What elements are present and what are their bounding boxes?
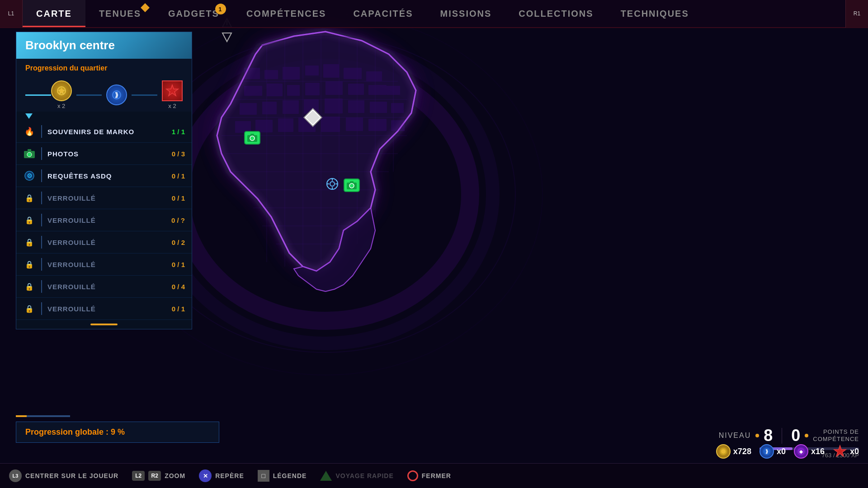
btn-r2: R2 bbox=[148, 471, 161, 481]
label-fermer: FERMER bbox=[422, 472, 451, 479]
mission-separator-7 bbox=[41, 258, 42, 271]
label-voyage: VOYAGE RAPIDE bbox=[335, 472, 393, 479]
svg-rect-32 bbox=[305, 83, 320, 95]
svg-text:⟫: ⟫ bbox=[765, 449, 768, 454]
points-label: POINTS DECOMPÉTENCE bbox=[813, 428, 859, 442]
svg-point-67 bbox=[349, 183, 354, 188]
mission-name-locked-4: VERROUILLÉ bbox=[47, 261, 166, 268]
svg-point-64 bbox=[250, 136, 255, 141]
mission-icon-lock-1: 🔒 bbox=[23, 192, 36, 204]
nav-items-container: CARTE TENUES GADGETS 1 COMPÉTENCES CAPAC… bbox=[23, 0, 845, 27]
svg-rect-28 bbox=[366, 71, 382, 81]
control-fermer[interactable]: FERMER bbox=[407, 470, 451, 481]
progress-icons-row: x 2 ⟫ x 2 bbox=[16, 76, 192, 112]
niveau-divider bbox=[782, 428, 782, 444]
global-progress-bar bbox=[16, 415, 70, 417]
bottom-bar: L3 CENTRER SUR LE JOUEUR L2 R2 ZOOM ✕ RE… bbox=[0, 463, 868, 488]
svg-marker-91 bbox=[834, 446, 846, 456]
nav-item-capacites[interactable]: CAPACITÉS bbox=[340, 0, 426, 27]
progress-bar-1 bbox=[25, 94, 51, 96]
nav-item-tenues[interactable]: TENUES bbox=[85, 0, 155, 27]
niveau-header: NIVEAU 8 bbox=[719, 426, 773, 445]
panel-subtitle: Progression du quartier bbox=[16, 59, 192, 76]
control-zoom[interactable]: L2 R2 ZOOM bbox=[132, 471, 185, 481]
nav-item-techniques[interactable]: TECHNIQUES bbox=[607, 0, 703, 27]
map-nav-down bbox=[220, 29, 234, 45]
mission-item-locked-3[interactable]: 🔒 VERROUILLÉ 0 / 2 bbox=[16, 231, 192, 253]
niveau-number: 8 bbox=[764, 426, 773, 445]
mission-item-locked-2[interactable]: 🔒 VERROUILLÉ 0 / ? bbox=[16, 209, 192, 231]
svg-marker-79 bbox=[166, 85, 178, 96]
currency-icon-purple: ◆ bbox=[794, 444, 808, 459]
points-header: 0 POINTS DECOMPÉTENCE bbox=[791, 426, 859, 445]
svg-rect-36 bbox=[387, 86, 400, 95]
svg-rect-35 bbox=[368, 85, 387, 95]
currency-item-blue: ⟫ x0 bbox=[760, 444, 786, 459]
map-icon-camera-1[interactable] bbox=[244, 131, 260, 145]
svg-rect-44 bbox=[391, 103, 404, 113]
progress-icon-gold: x 2 bbox=[51, 80, 72, 109]
mission-name-locked-3: VERROUILLÉ bbox=[47, 239, 166, 246]
svg-rect-51 bbox=[368, 119, 387, 131]
mission-list: 🔥 SOUVENIRS DE MARKO 1 / 1 PHOTOS 0 / 3 bbox=[16, 121, 192, 320]
mission-count-locked-3: 0 / 2 bbox=[172, 239, 185, 246]
diamond-badge bbox=[141, 3, 150, 12]
currency-icon-blue: ⟫ bbox=[760, 444, 774, 459]
mission-item-locked-6[interactable]: 🔒 VERROUILLÉ 0 / 1 bbox=[16, 298, 192, 320]
btn-l3: L3 bbox=[9, 469, 22, 482]
nav-item-collections[interactable]: COLLECTIONS bbox=[505, 0, 607, 27]
svg-rect-38 bbox=[262, 102, 277, 114]
currency-item-gold: x728 bbox=[716, 444, 751, 459]
svg-rect-33 bbox=[326, 81, 343, 95]
mission-item-locked-4[interactable]: 🔒 VERROUILLÉ 0 / 1 bbox=[16, 253, 192, 276]
panel-title: Brooklyn centre bbox=[25, 38, 183, 52]
btn-circle-o bbox=[407, 470, 418, 481]
global-progress-fill bbox=[16, 415, 27, 417]
mission-name-locked-6: VERROUILLÉ bbox=[47, 305, 166, 313]
points-section: 0 POINTS DECOMPÉTENCE bbox=[791, 426, 859, 445]
mission-item-photos[interactable]: PHOTOS 0 / 3 bbox=[16, 143, 192, 165]
nav-item-competences[interactable]: COMPÉTENCES bbox=[233, 0, 340, 27]
global-progress-text: Progression globale : 9 % bbox=[16, 422, 219, 443]
arrow-down bbox=[25, 113, 33, 119]
map-icon-diamond[interactable] bbox=[303, 108, 323, 129]
control-legende[interactable]: □ LÉGENDE bbox=[258, 470, 307, 482]
map-icon-camera-2[interactable] bbox=[344, 178, 360, 192]
mission-count-locked-4: 0 / 1 bbox=[172, 261, 185, 268]
mission-separator-6 bbox=[41, 236, 42, 249]
svg-rect-42 bbox=[348, 100, 364, 113]
niveau-label: NIVEAU bbox=[719, 432, 751, 440]
mission-item-locked-1[interactable]: 🔒 VERROUILLÉ 0 / 1 bbox=[16, 187, 192, 209]
svg-rect-49 bbox=[321, 117, 340, 132]
mission-name-asdq: REQUÊTES ASDQ bbox=[47, 172, 166, 180]
progress-icon-red: x 2 bbox=[162, 80, 183, 109]
mission-count-asdq: 0 / 1 bbox=[172, 172, 185, 180]
svg-rect-43 bbox=[370, 102, 387, 113]
nav-item-gadgets[interactable]: GADGETS 1 bbox=[155, 0, 233, 27]
mission-icon-lock-2: 🔒 bbox=[23, 214, 36, 226]
scroll-indicator bbox=[16, 320, 192, 329]
mission-icon-lock-3: 🔒 bbox=[23, 236, 36, 249]
svg-rect-41 bbox=[325, 99, 343, 113]
mission-icon-flame: 🔥 bbox=[23, 125, 36, 138]
control-center-player[interactable]: L3 CENTRER SUR LE JOUEUR bbox=[9, 469, 118, 482]
nav-r1-button[interactable]: R1 bbox=[845, 0, 868, 28]
mission-count-locked-1: 0 / 1 bbox=[172, 194, 185, 202]
control-repere[interactable]: ✕ REPÈRE bbox=[199, 469, 244, 482]
svg-rect-24 bbox=[283, 67, 300, 80]
control-voyage[interactable]: VOYAGE RAPIDE bbox=[320, 471, 393, 481]
mission-item-asdq[interactable]: ⚙ REQUÊTES ASDQ 0 / 1 bbox=[16, 165, 192, 187]
mission-separator-2 bbox=[41, 147, 42, 160]
nav-item-carte[interactable]: CARTE bbox=[23, 0, 85, 27]
nav-l1-button[interactable]: L1 bbox=[0, 0, 23, 28]
mission-item-marko[interactable]: 🔥 SOUVENIRS DE MARKO 1 / 1 bbox=[16, 121, 192, 143]
top-navigation: L1 CARTE TENUES GADGETS 1 COMPÉTENCES CA… bbox=[0, 0, 868, 28]
nav-item-missions[interactable]: MISSIONS bbox=[426, 0, 505, 27]
svg-rect-25 bbox=[305, 66, 319, 75]
svg-text:◆: ◆ bbox=[799, 449, 803, 454]
mission-separator-5 bbox=[41, 214, 42, 226]
currency-count-purple: x16 bbox=[811, 447, 825, 456]
svg-rect-27 bbox=[344, 68, 362, 79]
progress-x-1: x 2 bbox=[57, 103, 65, 109]
mission-item-locked-5[interactable]: 🔒 VERROUILLÉ 0 / 4 bbox=[16, 276, 192, 298]
